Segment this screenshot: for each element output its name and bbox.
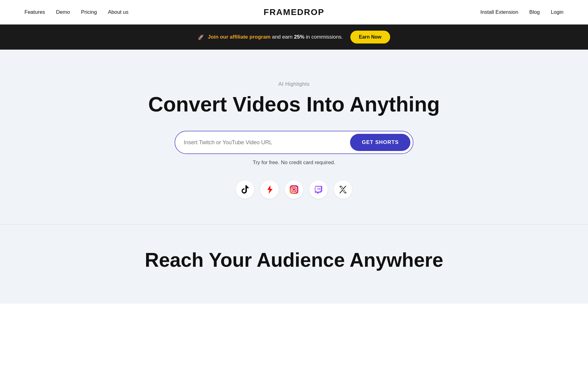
earn-now-button[interactable]: Earn Now	[350, 31, 390, 43]
svg-rect-6	[318, 188, 319, 190]
banner-middle: and earn	[270, 34, 294, 40]
url-input[interactable]	[184, 139, 350, 146]
twitch-icon[interactable]	[309, 180, 328, 199]
affiliate-link[interactable]: Join our affiliate program	[208, 34, 270, 40]
banner-after-bold: in commissions.	[304, 34, 343, 40]
x-twitter-icon[interactable]	[334, 180, 352, 199]
rocket-emoji: 🚀	[198, 34, 204, 40]
nav-login[interactable]: Login	[551, 9, 564, 15]
affiliate-banner: 🚀 Join our affiliate program and earn 25…	[0, 24, 588, 50]
url-form: GET SHORTS	[175, 131, 413, 154]
nav-pricing[interactable]: Pricing	[81, 9, 97, 15]
banner-text: Join our affiliate program and earn 25% …	[208, 34, 343, 40]
social-icons	[236, 180, 352, 199]
hero-title: Convert Videos Into Anything	[148, 93, 440, 116]
svg-rect-7	[319, 188, 320, 190]
nav-install-extension[interactable]: Install Extension	[481, 9, 518, 15]
get-shorts-button[interactable]: GET SHORTS	[350, 134, 410, 151]
banner-bold-percent: 25%	[294, 34, 304, 40]
navbar: Features Demo Pricing About us FRAMEDROP…	[0, 0, 588, 24]
hero-subtitle: AI Highlights	[278, 81, 310, 87]
tiktok-icon[interactable]	[236, 180, 254, 199]
section-2-title: Reach Your Audience Anywhere	[145, 249, 443, 271]
nav-about[interactable]: About us	[108, 9, 128, 15]
instagram-icon[interactable]	[285, 180, 303, 199]
section-2: Reach Your Audience Anywhere	[0, 224, 588, 304]
svg-point-4	[296, 187, 296, 188]
site-logo[interactable]: FRAMEDROP	[264, 7, 324, 17]
nav-left: Features Demo Pricing About us	[24, 9, 129, 15]
free-text: Try for free. No credit card required.	[253, 160, 335, 166]
nav-demo[interactable]: Demo	[56, 9, 70, 15]
hero-section: AI Highlights Convert Videos Into Anythi…	[0, 50, 588, 224]
nav-right: Install Extension Blog Login	[481, 9, 564, 15]
nav-blog[interactable]: Blog	[529, 9, 540, 15]
youtube-shorts-icon[interactable]	[260, 180, 279, 199]
nav-features[interactable]: Features	[24, 9, 45, 15]
